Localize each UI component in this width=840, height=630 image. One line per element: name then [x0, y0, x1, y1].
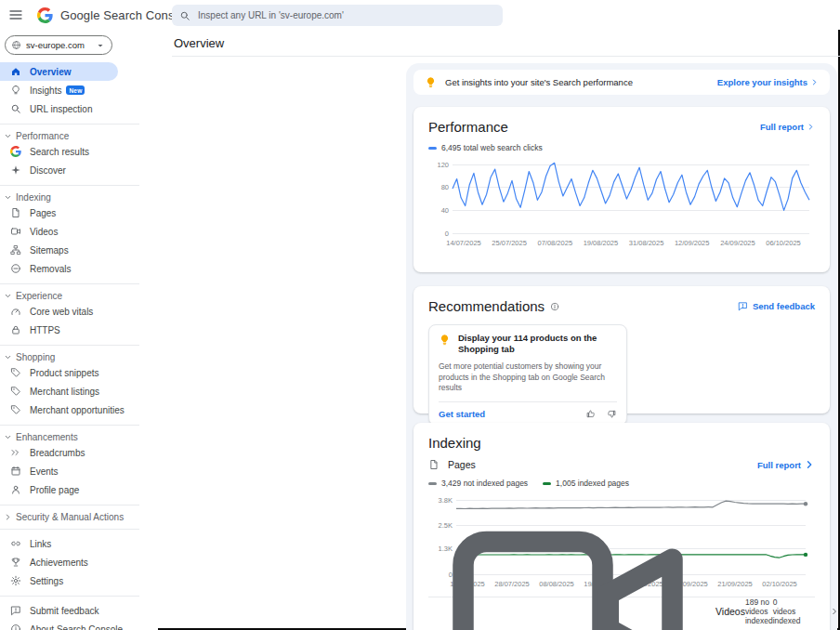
chevron-down-icon	[4, 193, 12, 202]
chevron-down-icon	[4, 292, 12, 300]
chevron-right-icon	[4, 513, 12, 521]
sidebar-item-product-snippets[interactable]: Product snippets	[0, 363, 118, 382]
thumb-down-icon[interactable]	[607, 409, 617, 419]
google-search-console-app: Google Search Console sv-europe.com Over…	[0, 0, 840, 630]
sidebar-item-label: Core web vitals	[30, 307, 93, 317]
sidebar-item-insights[interactable]: InsightsNew	[0, 81, 118, 99]
svg-text:06/10/2025: 06/10/2025	[766, 239, 801, 247]
get-started-link[interactable]: Get started	[439, 409, 485, 419]
property-selector[interactable]: sv-europe.com	[5, 35, 112, 55]
sidebar-item-label: HTTPS	[30, 325, 60, 335]
chevron-right-icon	[807, 123, 815, 131]
discover-icon	[10, 164, 21, 176]
property-name: sv-europe.com	[26, 40, 95, 50]
sidebar-item-search-results[interactable]: Search results	[0, 142, 118, 161]
svg-text:40: 40	[441, 206, 449, 215]
tag-icon	[10, 404, 21, 415]
sidebar-section-shopping[interactable]: Shopping	[0, 345, 139, 363]
url-inspect-input[interactable]	[198, 10, 495, 20]
chevron-down-icon	[4, 353, 12, 361]
send-feedback-link[interactable]: Send feedback	[738, 301, 815, 311]
pages-icon	[428, 459, 440, 470]
sidebar-item-removals[interactable]: Removals	[0, 259, 118, 278]
sidebar-item-label: Videos	[30, 227, 58, 237]
svg-text:120: 120	[437, 161, 449, 169]
calendar-icon	[10, 466, 21, 477]
svg-text:14/07/2025: 14/07/2025	[446, 239, 481, 247]
topbar: Google Search Console	[0, 0, 840, 30]
info-icon[interactable]	[550, 302, 559, 311]
hamburger-menu-icon[interactable]	[8, 7, 23, 22]
pages-label: Pages	[448, 459, 476, 470]
sidebar-item-about[interactable]: About Search Console	[0, 620, 118, 630]
sidebar-item-achievements[interactable]: Achievements	[0, 553, 118, 571]
sidebar-item-profile-page[interactable]: Profile page	[0, 480, 118, 499]
sidebar-item-events[interactable]: Events	[0, 462, 118, 480]
sidebar-item-url-inspection[interactable]: URL inspection	[0, 99, 118, 118]
overview-content-panel: Get insights into your site's Search per…	[406, 63, 837, 630]
sidebar-item-label: Events	[30, 466, 59, 477]
recommendations-card-title: Recommendations	[428, 298, 559, 314]
sidebar-item-label: Merchant listings	[30, 387, 99, 397]
google-g-icon	[10, 146, 21, 157]
sidebar-item-settings[interactable]: Settings	[0, 571, 118, 590]
legend-dash	[428, 147, 437, 150]
indexing-full-report-link[interactable]: Full report	[757, 459, 815, 470]
recommendation-title: Display your 114 products on the Shoppin…	[458, 333, 617, 356]
trophy-icon	[10, 557, 21, 568]
lock-icon	[10, 324, 21, 335]
sidebar-section-enhancements[interactable]: Enhancements	[0, 425, 139, 443]
caret-down-icon	[95, 40, 106, 51]
clicks-legend: 6,495 total web search clicks	[428, 143, 543, 152]
sidebar-section-security-manual-actions[interactable]: Security & Manual Actions	[0, 505, 139, 523]
sidebar-item-https[interactable]: HTTPS	[0, 321, 118, 339]
sidebar-divider	[0, 529, 139, 530]
lightbulb-icon	[439, 334, 451, 346]
svg-text:80: 80	[441, 183, 449, 191]
page-title: Overview	[174, 36, 224, 50]
video-icon	[10, 226, 21, 237]
sidebar-item-discover[interactable]: Discover	[0, 161, 118, 179]
sidebar-item-submit-feedback[interactable]: Submit feedback	[0, 601, 118, 620]
videos-summary-row[interactable]: Videos 189 no videos indexed 0 videos in…	[428, 599, 815, 623]
new-badge: New	[66, 85, 85, 95]
sitemap-icon	[10, 244, 21, 256]
url-inspect-searchbox[interactable]	[172, 5, 503, 26]
sidebar-section-label: Experience	[16, 291, 62, 301]
sidebar-item-core-web-vitals[interactable]: Core web vitals	[0, 302, 118, 321]
tag-icon	[10, 386, 21, 397]
sidebar-item-breadcrumbs[interactable]: Breadcrumbs	[0, 443, 118, 462]
sidebar-item-links[interactable]: Links	[0, 534, 118, 553]
performance-full-report-link[interactable]: Full report	[760, 122, 815, 132]
recommendations-card: Recommendations Send feedback Display yo…	[413, 286, 830, 413]
sidebar-item-videos[interactable]: Videos	[0, 222, 118, 241]
performance-chart: 0408012014/07/202525/07/202507/08/202519…	[428, 155, 815, 248]
sidebar-item-merchant-listings[interactable]: Merchant listings	[0, 382, 118, 400]
thumb-up-icon[interactable]	[585, 409, 596, 419]
sidebar-section-experience[interactable]: Experience	[0, 283, 139, 302]
sidebar-item-merchant-opportunities[interactable]: Merchant opportunities	[0, 400, 118, 419]
svg-text:25/07/2025: 25/07/2025	[492, 239, 527, 247]
sidebar-nav: OverviewInsightsNewURL inspectionPerform…	[0, 62, 158, 630]
performance-card-title: Performance	[428, 119, 508, 135]
sidebar-section-performance[interactable]: Performance	[0, 124, 139, 142]
chevron-down-icon	[4, 132, 12, 140]
indexing-card: Indexing Pages Full report 3,429 not ind…	[413, 423, 830, 630]
sidebar-item-label: Achievements	[30, 558, 88, 568]
insights-icon	[10, 85, 21, 96]
chevron-right-icon	[810, 78, 819, 86]
sidebar-item-sitemaps[interactable]: Sitemaps	[0, 241, 118, 259]
breadcrumbs-icon	[10, 447, 21, 458]
explore-insights-link[interactable]: Explore your insights	[717, 77, 819, 87]
sidebar-section-indexing[interactable]: Indexing	[0, 185, 139, 203]
videos-label: Videos	[715, 606, 745, 617]
insights-banner-text: Get insights into your site's Search per…	[445, 77, 717, 87]
sidebar-item-label: About Search Console	[30, 624, 123, 630]
videos-not-indexed-count: 189 no videos indexed	[745, 597, 773, 625]
sidebar-item-label: Breadcrumbs	[30, 448, 85, 458]
sidebar-item-pages[interactable]: Pages	[0, 203, 118, 222]
sidebar-item-overview[interactable]: Overview	[0, 62, 118, 81]
gear-icon	[10, 575, 21, 586]
recommendation-body: Get more potential customers by showing …	[439, 361, 617, 395]
feedback-icon	[10, 605, 21, 616]
